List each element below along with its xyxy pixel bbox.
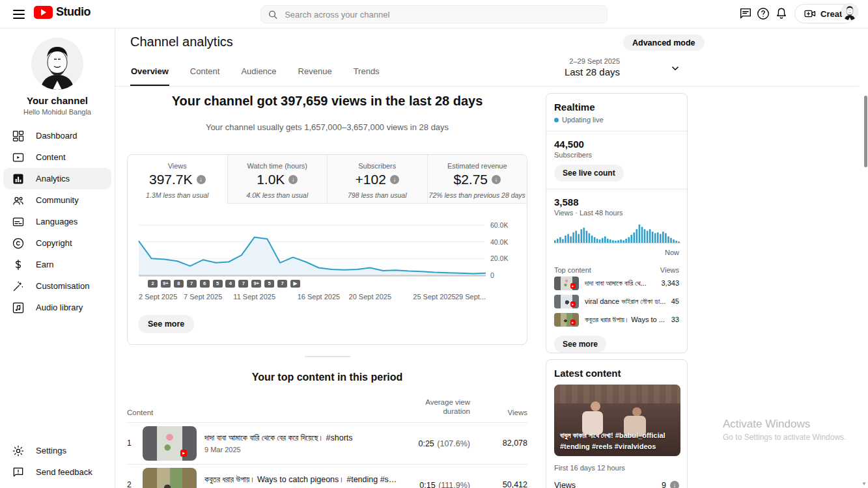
metric-label: Estimated revenue — [428, 162, 527, 170]
row-duration: 0:15 (111.9%) — [399, 478, 470, 488]
sidebar-item-languages[interactable]: Languages — [3, 211, 111, 232]
advanced-mode-button[interactable]: Advanced mode — [623, 34, 705, 51]
tab-overview[interactable]: Overview — [130, 61, 169, 87]
metric-tab-views[interactable]: Views397.7K↓1.3M less than usual — [128, 155, 227, 204]
tab-content[interactable]: Content — [189, 61, 221, 87]
realtime-see-more-button[interactable]: See more — [554, 336, 606, 353]
latest-video-caption: বাবুল কাকার সাথে দেখা! #babul_official #… — [560, 430, 675, 452]
sidebar-item-customisation[interactable]: Customisation — [3, 275, 111, 297]
sidebar-item-settings[interactable]: Settings — [3, 440, 111, 461]
see-live-count-button[interactable]: See live count — [554, 165, 624, 182]
video-title: viral dance ভাইরাল নৌকা ডা... — [585, 297, 667, 306]
menu-icon[interactable] — [12, 7, 26, 21]
settings-icon — [12, 444, 25, 457]
video-title: কবুতর ধরার উপায়। Ways to catch pigeons।… — [204, 475, 399, 485]
video-date: 9 Mar 2025 — [204, 446, 399, 454]
upload-badge[interactable]: 5 — [213, 280, 223, 288]
upload-badge-play[interactable]: ▶ — [290, 280, 300, 288]
help-icon[interactable] — [756, 7, 772, 22]
video-views: 45 — [671, 297, 679, 305]
sidebar-item-audio-library[interactable]: Audio library — [3, 297, 111, 318]
live-dot-icon — [554, 118, 559, 122]
top-content-header: Top content Views — [554, 266, 679, 274]
date-range-picker[interactable]: 2–29 Sept 2025 Last 28 days — [503, 57, 620, 77]
youtube-studio-logo[interactable]: Studio — [34, 5, 91, 19]
youtube-logo-icon — [34, 6, 53, 19]
row-views: 50,412 — [470, 480, 527, 488]
top-content-item[interactable]: ▶viral dance ভাইরাল নৌকা ডা...45 — [554, 292, 679, 310]
sidebar-item-copyright[interactable]: Copyright — [3, 232, 111, 254]
upload-badge[interactable]: 4 — [225, 280, 235, 288]
metric-note: 1.3M less than usual — [128, 191, 227, 199]
video-title: দাদা বাবা আমাকে বারি থে... — [585, 279, 657, 288]
x-tick-label: 11 Sept 2025 — [233, 293, 275, 301]
sidebar-item-label: Dashboard — [36, 131, 77, 141]
upload-badge[interactable]: 6 — [200, 280, 210, 288]
notifications-bell-icon[interactable] — [774, 7, 790, 22]
analytics-tabs: OverviewContentAudienceRevenueTrends — [130, 61, 400, 87]
video-thumbnail[interactable]: ▶ — [143, 468, 197, 488]
languages-icon — [12, 215, 25, 228]
scrollbar-thumb[interactable] — [864, 96, 867, 167]
video-thumbnail[interactable]: ▶ — [143, 426, 197, 461]
trend-down-icon: ↓ — [197, 175, 206, 184]
sidebar-item-community[interactable]: Community — [3, 189, 111, 211]
tab-trends[interactable]: Trends — [353, 61, 380, 87]
metric-label: Views — [128, 162, 227, 170]
top-content-item[interactable]: ▶কবুতর ধরার উপায়। Ways to ...33 — [554, 310, 679, 329]
upload-badge[interactable]: 2 — [148, 280, 158, 288]
metric-tab-watch-time-hours[interactable]: Watch time (hours)1.0K↓4.0K less than us… — [227, 155, 328, 204]
top-content-section: Your top content in this period Content … — [127, 353, 527, 488]
top-content-item[interactable]: ▶দাদা বাবা আমাকে বারি থে...3,343 — [554, 274, 679, 292]
overview-headline: Your channel got 397,659 views in the la… — [127, 94, 527, 109]
sidebar-item-content[interactable]: Content — [3, 146, 111, 168]
upload-badge[interactable]: 9+ — [161, 280, 171, 288]
sidebar: Your channel Hello Mohidul Bangla Dashbo… — [0, 29, 115, 488]
x-tick-label: 16 Sept 2025 — [298, 293, 340, 301]
table-body: 1▶দাদা বাবা আমাকে বারি থেকে বের করে দিয়… — [127, 423, 527, 488]
studio-wordmark: Studio — [56, 5, 91, 19]
search-input[interactable] — [285, 10, 600, 20]
channel-avatar[interactable] — [31, 38, 83, 90]
upload-badge[interactable]: 7 — [187, 280, 197, 288]
metric-tab-subscribers[interactable]: Subscribers+102↓798 less than usual — [327, 155, 427, 204]
col-duration: Average view duration — [399, 398, 470, 416]
account-avatar[interactable] — [841, 3, 858, 20]
upload-badge[interactable]: 9+ — [251, 280, 261, 288]
top-content-label: Top content — [554, 266, 591, 274]
upload-badge[interactable]: 5 — [264, 280, 274, 288]
chevron-down-icon[interactable] — [669, 62, 681, 74]
trend-down-icon: ↓ — [288, 175, 298, 184]
y-tick-label: 0 — [490, 271, 494, 279]
tab-revenue[interactable]: Revenue — [298, 61, 333, 87]
scrollbar-down-arrow[interactable]: ▼ — [861, 481, 867, 487]
tab-audience[interactable]: Audience — [240, 61, 277, 87]
comments-icon[interactable] — [738, 7, 754, 22]
metric-value: $2.75↓ — [428, 172, 527, 187]
sidebar-item-earn[interactable]: Earn — [3, 254, 111, 275]
upload-badge[interactable]: 8 — [174, 280, 184, 288]
upload-badge[interactable]: 7 — [238, 280, 248, 288]
sidebar-item-dashboard[interactable]: Dashboard — [3, 125, 111, 146]
earn-icon — [12, 258, 25, 271]
now-label: Now — [554, 249, 679, 256]
latest-video-thumbnail[interactable]: বাবুল কাকার সাথে দেখা! #babul_official #… — [554, 385, 680, 456]
section-divider — [305, 356, 350, 357]
video-thumbnail: ▶ — [554, 277, 579, 290]
overview-see-more-button[interactable]: See more — [138, 315, 194, 333]
sidebar-item-analytics[interactable]: Analytics — [3, 168, 111, 189]
metric-tab-estimated-revenue[interactable]: Estimated revenue$2.75↓72% less than pre… — [427, 155, 527, 204]
table-row[interactable]: 2▶কবুতর ধরার উপায়। Ways to catch pigeon… — [127, 465, 527, 488]
subscribers-count: 44,500 — [554, 139, 679, 150]
upload-badge[interactable]: 7 — [277, 280, 287, 288]
search-bar[interactable] — [260, 5, 608, 23]
table-row[interactable]: 1▶দাদা বাবা আমাকে বারি থেকে বের করে দিয়… — [127, 423, 527, 465]
video-title: দাদা বাবা আমাকে বারি থেকে বের করে দিয়েছ… — [204, 433, 399, 443]
sidebar-item-send-feedback[interactable]: Send feedback — [3, 461, 111, 483]
dashboard-icon — [12, 129, 25, 142]
video-views: 3,343 — [661, 279, 679, 287]
divider — [546, 189, 687, 189]
feedback-icon — [12, 466, 25, 479]
date-range-label: Last 28 days — [503, 66, 620, 77]
y-tick-label: 20.0K — [490, 254, 508, 262]
